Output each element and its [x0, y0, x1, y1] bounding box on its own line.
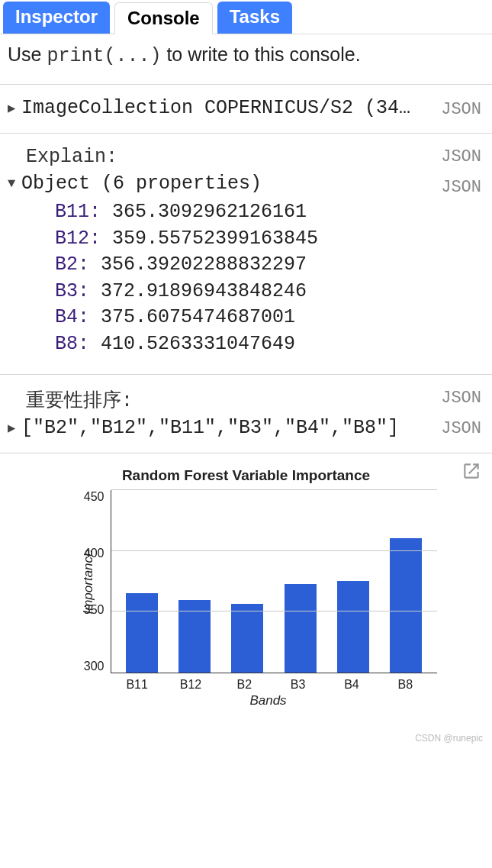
property-row: B8: 410.5263331047649	[55, 331, 484, 358]
imagecollection-row[interactable]: ImageCollection COPERNICUS/S2 (34 elemen…	[8, 97, 484, 119]
output-imagecollection: JSON ImageCollection COPERNICUS/S2 (34 e…	[0, 85, 492, 133]
console-hint: Use print(...) to write to this console.	[0, 34, 492, 84]
imagecollection-label: ImageCollection COPERNICUS/S2 (34 elemen…	[21, 97, 484, 119]
ytick: 450	[84, 490, 105, 504]
object-label: Object (6 properties)	[21, 173, 484, 195]
property-row: B3: 372.91896943848246	[55, 279, 484, 305]
chart-title: Random Forest Variable Importance	[56, 467, 437, 484]
json-button[interactable]: JSON	[441, 147, 481, 166]
property-row: B2: 356.39202288832297	[55, 252, 484, 279]
chart-ylabel: Importance	[80, 549, 95, 614]
tab-console[interactable]: Console	[114, 2, 213, 34]
output-sort: JSON JSON 重要性排序: ["B2","B12","B11","B3",…	[0, 375, 492, 453]
xtick: B4	[336, 678, 368, 692]
hint-prefix: Use	[8, 44, 47, 65]
ytick: 300	[84, 660, 105, 673]
xtick: B12	[175, 678, 207, 692]
tab-tasks[interactable]: Tasks	[217, 2, 292, 34]
collapse-icon[interactable]	[8, 176, 21, 191]
explain-label: Explain:	[8, 146, 484, 168]
chart-output: Random Forest Variable Importance Import…	[0, 453, 492, 722]
watermark: CSDN @runepic	[0, 722, 492, 748]
array-value: ["B2","B12","B11","B3","B4","B8"]	[21, 417, 399, 439]
json-button[interactable]: JSON	[441, 389, 481, 408]
chart-bar[interactable]	[285, 584, 317, 673]
hint-suffix: to write to this console.	[161, 44, 360, 65]
hint-code: print(...)	[47, 45, 161, 67]
property-row: B4: 375.6075474687001	[55, 305, 484, 331]
property-row: B11: 365.3092962126161	[55, 199, 484, 226]
object-row[interactable]: Object (6 properties)	[8, 173, 484, 195]
chart-xlabel: Bands	[56, 693, 437, 708]
property-row: B12: 359.55752399163845	[55, 226, 484, 253]
xtick: B2	[228, 678, 260, 692]
xtick: B8	[389, 678, 421, 692]
expand-icon[interactable]	[8, 420, 21, 436]
chart-bar[interactable]	[126, 593, 158, 673]
tab-bar: Inspector Console Tasks	[0, 0, 492, 34]
sort-label: 重要性排序:	[8, 387, 484, 412]
chart: Random Forest Variable Importance Import…	[56, 467, 437, 708]
object-properties: B11: 365.3092962126161B12: 359.557523991…	[8, 195, 484, 360]
chart-bar[interactable]	[337, 581, 369, 673]
expand-icon[interactable]	[8, 100, 21, 116]
tab-inspector[interactable]: Inspector	[3, 2, 110, 34]
chart-bar[interactable]	[231, 604, 263, 673]
xtick: B3	[282, 678, 314, 692]
output-explain: JSON JSON Explain: Object (6 properties)…	[0, 134, 492, 374]
popout-icon[interactable]	[461, 461, 481, 481]
chart-plot	[111, 490, 437, 673]
xtick: B11	[121, 678, 153, 692]
array-row[interactable]: ["B2","B12","B11","B3","B4","B8"]	[8, 417, 484, 439]
chart-xticks: B11B12B2B3B4B8	[56, 673, 437, 692]
chart-bar[interactable]	[390, 538, 422, 673]
